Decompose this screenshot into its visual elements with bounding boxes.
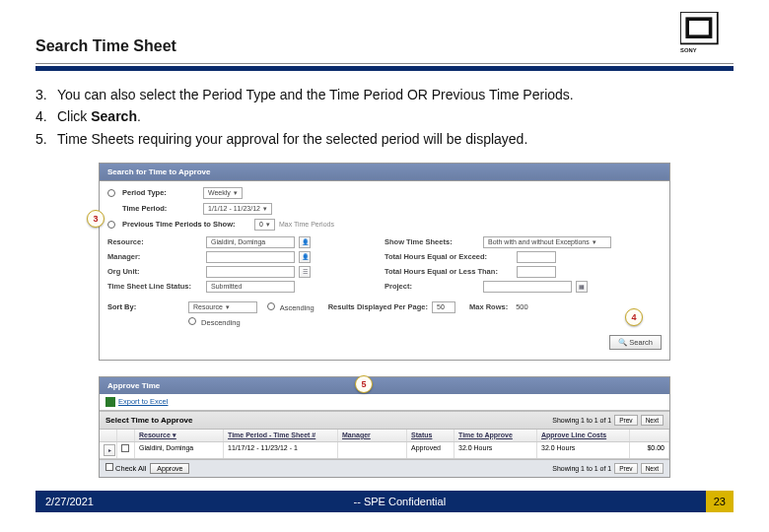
showing-top: Showing 1 to 1 of 1 — [552, 417, 611, 424]
approve-panel-header: Approve Time — [100, 377, 669, 394]
callout-3: 3 — [87, 210, 105, 228]
showing-bottom: Showing 1 to 1 of 1 — [552, 465, 611, 472]
period-type-radio[interactable] — [107, 189, 115, 197]
sort-asc-label: Ascending — [280, 303, 315, 312]
divider-thin — [35, 63, 734, 64]
svg-text:SONY: SONY — [680, 47, 697, 53]
org-label: Org Unit: — [107, 267, 202, 276]
excel-icon[interactable] — [105, 397, 115, 407]
cell-status: Approved — [407, 442, 454, 458]
instruction-5: Time Sheets requiring your approval for … — [35, 129, 734, 149]
next-button-top[interactable]: Next — [641, 415, 664, 426]
sort-desc-label: Descending — [201, 318, 241, 327]
show-ts-select[interactable]: Both with and without Exceptions — [483, 236, 611, 248]
footer-date: 2/27/2021 — [45, 496, 94, 507]
page-number: 23 — [706, 491, 734, 512]
cell-tta: 32.0 Hours — [454, 442, 537, 458]
sort-by-select[interactable]: Resource — [188, 301, 257, 313]
period-type-label: Period Type: — [122, 188, 199, 197]
hours-ge-label: Total Hours Equal or Exceed: — [384, 252, 513, 261]
prev-periods-radio[interactable] — [107, 221, 115, 229]
results-per-page-label: Results Displayed Per Page: — [328, 302, 428, 311]
resource-label: Resource: — [107, 237, 202, 246]
max-rows-value: 500 — [516, 302, 528, 311]
cell-atl2: $0.00 — [630, 442, 669, 458]
search-button[interactable]: 🔍 Search — [609, 335, 662, 350]
cell-timeperiod: 11/17/12 - 11/23/12 - 1 — [224, 442, 338, 458]
col-timeperiod[interactable]: Time Period - Time Sheet # — [224, 430, 338, 441]
max-rows-label: Max Rows: — [469, 302, 508, 311]
period-type-select[interactable]: Weekly — [203, 187, 243, 199]
tsls-label: Time Sheet Line Status: — [107, 282, 202, 291]
row-expand-icon[interactable]: ▸ — [104, 444, 115, 456]
approve-button[interactable]: Approve — [150, 463, 189, 474]
show-ts-label: Show Time Sheets: — [384, 237, 479, 246]
manager-input[interactable] — [206, 251, 295, 263]
org-picker-icon[interactable]: ☰ — [299, 266, 311, 278]
instruction-4: Click Search. — [35, 106, 734, 126]
col-time-to-approve[interactable]: Time to Approve — [454, 430, 537, 441]
col-status[interactable]: Status — [407, 430, 454, 441]
sort-asc-radio[interactable] — [267, 302, 275, 310]
org-input[interactable] — [206, 266, 295, 278]
callout-5: 5 — [355, 375, 373, 393]
cell-manager — [338, 442, 407, 458]
search-panel-header: Search for Time to Approve — [100, 164, 669, 181]
hours-le-label: Total Hours Equal or Less Than: — [384, 267, 513, 276]
hours-le-input[interactable] — [517, 266, 556, 278]
hours-ge-input[interactable] — [517, 251, 556, 263]
footer-bar: 2/27/2021 -- SPE Confidential 23 — [35, 491, 734, 512]
prev-button-bottom[interactable]: Prev — [614, 463, 637, 474]
footer-confidential: -- SPE Confidential — [354, 496, 447, 507]
select-time-header: Select Time to Approve — [105, 416, 192, 425]
time-period-label: Time Period: — [122, 204, 199, 213]
project-label: Project: — [384, 282, 479, 291]
next-button-bottom[interactable]: Next — [641, 463, 664, 474]
sony-pictures-logo: SONY — [680, 12, 734, 55]
svg-rect-2 — [689, 21, 709, 34]
approve-panel: Approve Time Export to Excel Select Time… — [99, 376, 670, 478]
col-manager[interactable]: Manager — [338, 430, 407, 441]
check-all-label: Check All — [115, 464, 146, 473]
table-header-row: Resource ▾ Time Period - Time Sheet # Ma… — [100, 430, 669, 442]
col-resource[interactable]: Resource ▾ — [135, 430, 224, 441]
results-per-page-input[interactable]: 50 — [432, 301, 455, 313]
project-input[interactable] — [483, 281, 572, 293]
manager-picker-icon[interactable]: 👤 — [299, 251, 311, 263]
sort-by-label: Sort By: — [107, 302, 184, 311]
prev-periods-suffix: Max Time Periods — [279, 221, 334, 228]
cell-atl1: 32.0 Hours — [537, 442, 630, 458]
tsls-input[interactable]: Submitted — [206, 281, 295, 293]
cell-resource: Gialdini, Dominga — [135, 442, 224, 458]
callout-4: 4 — [625, 308, 643, 326]
sort-desc-radio[interactable] — [188, 317, 196, 325]
search-panel: Search for Time to Approve Period Type: … — [99, 163, 670, 361]
check-all-checkbox[interactable] — [105, 463, 113, 471]
prev-periods-label: Previous Time Periods to Show: — [122, 220, 250, 229]
project-picker-icon[interactable]: ▦ — [576, 281, 588, 293]
time-period-select[interactable]: 1/1/12 - 11/23/12 — [203, 203, 272, 215]
manager-label: Manager: — [107, 252, 202, 261]
table-row: ▸ Gialdini, Dominga 11/17/12 - 11/23/12 … — [100, 442, 669, 459]
prev-periods-select[interactable]: 0 — [254, 219, 275, 231]
row-checkbox[interactable] — [121, 444, 129, 452]
instruction-3: You can also select the Period Type and … — [35, 85, 734, 104]
col-approve-line-costs[interactable]: Approve Line Costs — [537, 430, 630, 441]
resource-input[interactable]: Gialdini, Dominga — [206, 236, 295, 248]
resource-picker-icon[interactable]: 👤 — [299, 236, 311, 248]
export-excel-link[interactable]: Export to Excel — [118, 397, 168, 406]
prev-button-top[interactable]: Prev — [614, 415, 637, 426]
page-title: Search Time Sheet — [35, 37, 176, 55]
